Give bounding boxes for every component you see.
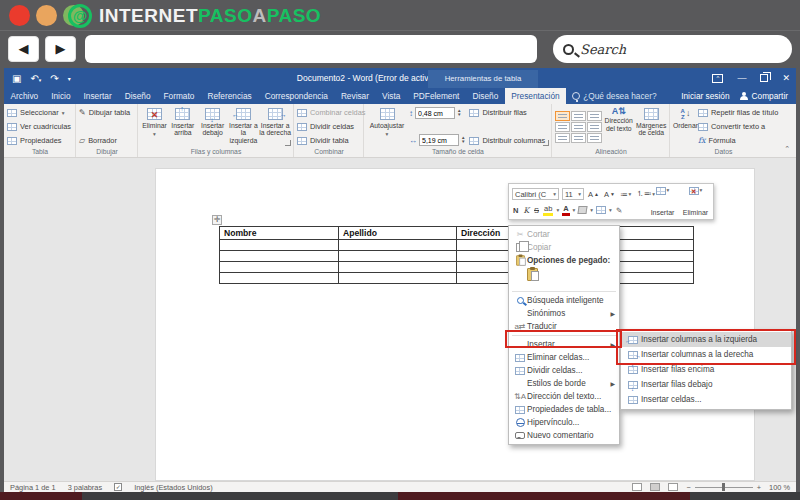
dibujar-tabla-button[interactable]: ✎Dibujar tabla bbox=[79, 107, 130, 118]
minimize-traffic-light[interactable] bbox=[36, 5, 57, 26]
zoom-slider[interactable]: − + bbox=[686, 483, 761, 492]
table-row[interactable] bbox=[220, 240, 694, 251]
table-header-cell[interactable]: Nombre bbox=[220, 227, 339, 240]
bold-button[interactable]: N bbox=[512, 206, 519, 215]
tab-diseno[interactable]: Diseño bbox=[118, 88, 157, 104]
bullets-button[interactable]: ≔▾ bbox=[619, 190, 632, 199]
collapse-ribbon-icon[interactable]: ⌃ bbox=[784, 145, 796, 157]
zoom-out-icon[interactable]: − bbox=[686, 483, 690, 492]
dividir-tabla-button[interactable]: Dividir tabla bbox=[297, 135, 365, 146]
eliminar-button[interactable]: ✕ Eliminar▾ bbox=[141, 106, 168, 147]
tab-revisar[interactable]: Revisar bbox=[334, 88, 375, 104]
table-move-handle[interactable]: ✛ bbox=[212, 215, 222, 225]
menu-item-hipervinculo[interactable]: Hipervínculo... bbox=[509, 416, 619, 429]
format-painter-icon[interactable]: ✎ bbox=[615, 206, 623, 215]
tab-referencias[interactable]: Referencias bbox=[201, 88, 258, 104]
minimize-icon[interactable]: — bbox=[737, 73, 746, 83]
search-box[interactable] bbox=[553, 35, 792, 63]
zoom-slider-thumb[interactable] bbox=[722, 483, 725, 491]
align-top-right-button[interactable] bbox=[587, 111, 602, 121]
col-width-input[interactable] bbox=[419, 134, 459, 146]
tab-correspondencia[interactable]: Correspondencia bbox=[258, 88, 334, 104]
seleccionar-button[interactable]: Seleccionar▾ bbox=[7, 107, 71, 118]
shrink-font-button[interactable]: A▼ bbox=[603, 190, 616, 199]
read-mode-icon[interactable] bbox=[632, 483, 642, 491]
distribuir-filas-button[interactable]: Distribuir filas bbox=[469, 107, 545, 118]
align-bottom-left-button[interactable] bbox=[555, 133, 570, 143]
tab-vista[interactable]: Vista bbox=[376, 88, 407, 104]
combinar-celdas-button[interactable]: Combinar celdas bbox=[297, 107, 365, 118]
font-name-select[interactable]: Calibri (C▾ bbox=[512, 188, 559, 200]
restore-icon[interactable] bbox=[760, 74, 768, 82]
align-bottom-right-button[interactable] bbox=[587, 133, 602, 143]
menu-item-nuevo-comentario[interactable]: Nuevo comentario bbox=[509, 429, 619, 442]
tab-insertar[interactable]: Insertar bbox=[77, 88, 118, 104]
formula-button[interactable]: fxFórmula bbox=[698, 135, 778, 146]
menu-item-eliminar-celdas[interactable]: Eliminar celdas... bbox=[509, 351, 619, 364]
document-table[interactable]: Nombre Apellido Dirección bbox=[219, 226, 694, 284]
dialog-launcher-icon[interactable] bbox=[285, 140, 291, 146]
page-indicator[interactable]: Página 1 de 1 bbox=[10, 483, 56, 492]
print-layout-icon[interactable] bbox=[650, 483, 660, 491]
menu-item-direccion-texto[interactable]: ⇅ADirección del texto... bbox=[509, 390, 619, 403]
align-top-left-button[interactable] bbox=[555, 111, 570, 121]
italic-button[interactable]: K bbox=[522, 206, 530, 215]
insertar-debajo-button[interactable]: ↓ Insertar debajo bbox=[198, 106, 228, 147]
align-center-right-button[interactable] bbox=[587, 122, 602, 132]
margenes-celda-button[interactable]: Márgenes de celda bbox=[635, 106, 667, 147]
menu-item-traducir[interactable]: a⇄Traducir bbox=[509, 320, 619, 333]
align-top-center-button[interactable] bbox=[571, 111, 586, 121]
row-height-stepper[interactable]: ▲▼ bbox=[457, 109, 461, 118]
ordenar-button[interactable]: AZ↓ Ordenar bbox=[673, 106, 698, 147]
dividir-celdas-button[interactable]: Dividir celdas bbox=[297, 121, 365, 132]
shading-button[interactable] bbox=[578, 206, 588, 214]
sign-in-button[interactable]: Iniciar sesión bbox=[681, 91, 729, 101]
grow-font-button[interactable]: A▲ bbox=[587, 190, 600, 199]
propiedades-button[interactable]: Propiedades bbox=[7, 135, 71, 146]
borrador-button[interactable]: ▱Borrador bbox=[79, 135, 130, 146]
font-color-button[interactable]: A bbox=[562, 204, 569, 216]
tab-presentacion[interactable]: Presentación bbox=[505, 88, 566, 104]
submenu-item-insertar-filas-debajo[interactable]: ↓Insertar filas debajo bbox=[621, 377, 791, 392]
align-center-left-button[interactable] bbox=[555, 122, 570, 132]
menu-item-cortar[interactable]: ✂Cortar bbox=[509, 228, 619, 241]
table-header-row[interactable]: Nombre Apellido Dirección bbox=[220, 227, 694, 240]
menu-item-insertar[interactable]: Insertar▶ bbox=[509, 338, 619, 351]
tab-formato[interactable]: Formato bbox=[157, 88, 201, 104]
menu-item-dividir-celdas[interactable]: Dividir celdas... bbox=[509, 364, 619, 377]
underline-button[interactable]: S bbox=[533, 206, 540, 215]
tell-me-box[interactable]: ¿Qué desea hacer? bbox=[566, 88, 662, 104]
menu-item-busqueda-inteligente[interactable]: Búsqueda inteligente bbox=[509, 294, 619, 307]
menu-item-sinonimos[interactable]: Sinónimos▶ bbox=[509, 307, 619, 320]
submenu-item-insertar-columnas-derecha[interactable]: →Insertar columnas a la derecha bbox=[621, 347, 791, 362]
borders-button[interactable] bbox=[596, 206, 606, 214]
submenu-item-insertar-filas-encima[interactable]: ↑Insertar filas encima bbox=[621, 362, 791, 377]
zoom-in-icon[interactable]: + bbox=[757, 483, 761, 492]
font-size-select[interactable]: 11▾ bbox=[562, 188, 584, 200]
search-input[interactable] bbox=[580, 42, 760, 57]
tab-archivo[interactable]: Archivo bbox=[4, 88, 45, 104]
dialog-launcher-icon[interactable] bbox=[543, 140, 549, 146]
paste-option-button[interactable] bbox=[527, 268, 538, 281]
menu-item-estilos-borde[interactable]: Estilos de borde▶ bbox=[509, 377, 619, 390]
distribuir-columnas-button[interactable]: Distribuir columnas bbox=[469, 135, 545, 146]
submenu-item-insertar-columnas-izquierda[interactable]: ←Insertar columnas a la izquierda bbox=[621, 332, 791, 347]
autoajustar-button[interactable]: Autoajustar▾ bbox=[367, 106, 407, 147]
ver-cuadriculas-button[interactable]: Ver cuadrículas bbox=[7, 121, 71, 132]
mini-insert-button[interactable]: ▾ Insertar bbox=[648, 186, 677, 217]
table-row[interactable] bbox=[220, 251, 694, 262]
tab-inicio[interactable]: Inicio bbox=[45, 88, 77, 104]
zoom-level[interactable]: 100 % bbox=[769, 483, 790, 492]
close-traffic-light[interactable] bbox=[9, 5, 30, 26]
insertar-arriba-button[interactable]: ↑ Insertar arriba bbox=[168, 106, 198, 147]
direccion-texto-button[interactable]: A⇅ Dirección del texto bbox=[602, 106, 635, 147]
table-row[interactable] bbox=[220, 262, 694, 273]
convertir-texto-button[interactable]: Convertir texto a bbox=[698, 121, 778, 132]
address-bar[interactable] bbox=[85, 35, 537, 63]
tab-pdfelement[interactable]: PDFelement bbox=[407, 88, 466, 104]
table-row[interactable] bbox=[220, 273, 694, 284]
back-button[interactable]: ◀ bbox=[8, 36, 39, 62]
align-center-button[interactable] bbox=[571, 122, 586, 132]
insertar-izquierda-button[interactable]: ← Insertar a la izquierda bbox=[228, 106, 260, 147]
word-count[interactable]: 3 palabras bbox=[68, 483, 103, 492]
